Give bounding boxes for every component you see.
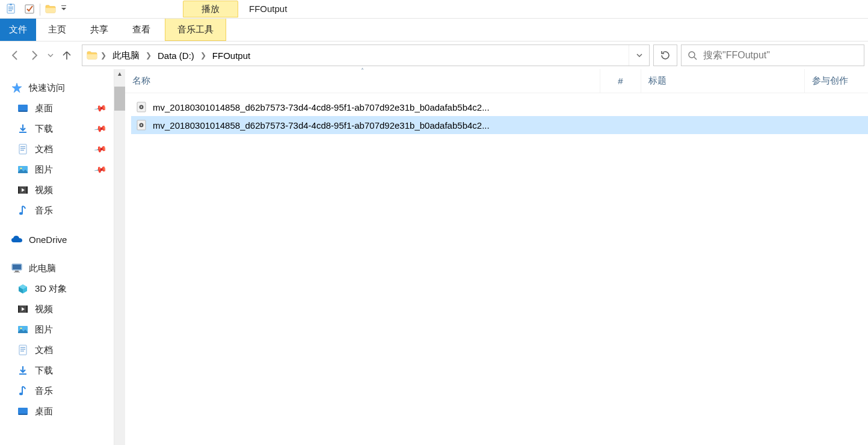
context-tab-area: 播放 — [183, 0, 238, 17]
pin-icon: 📌 — [93, 163, 107, 177]
sort-asc-icon: ˄ — [361, 67, 364, 74]
main-area: 快速访问 桌面 📌 下载 📌 文档 📌 图片 📌 — [0, 69, 868, 445]
music-icon — [17, 385, 29, 397]
search-placeholder: 搜索"FFOutput" — [703, 49, 770, 62]
breadcrumb-label: Data (D:) — [158, 51, 194, 61]
column-headers: ˄ 名称 # 标题 参与创作 — [125, 69, 868, 93]
sidebar-pc-desktop[interactable]: 桌面 — [0, 401, 114, 422]
svg-rect-31 — [20, 347, 25, 348]
svg-point-35 — [19, 393, 23, 395]
column-label: 参与创作 — [812, 75, 848, 87]
nav-history-dropdown[interactable] — [46, 48, 55, 63]
breadcrumb-seg-folder[interactable]: FFOutput — [209, 49, 254, 62]
qat-dropdown-icon[interactable] — [60, 4, 68, 13]
media-file-icon — [136, 120, 147, 130]
videos-icon — [17, 184, 29, 196]
pin-icon: 📌 — [93, 102, 107, 115]
svg-rect-27 — [26, 305, 28, 313]
ribbon-tab-home[interactable]: 主页 — [36, 19, 78, 41]
ribbon-tab-file-label: 文件 — [9, 24, 27, 35]
file-row[interactable]: mv_20180301014858_d62b7573-73d4-4cd8-95f… — [131, 116, 868, 134]
3d-icon — [17, 283, 29, 295]
scroll-up-icon[interactable]: ▲ — [117, 69, 123, 78]
context-tab-play[interactable]: 播放 — [183, 1, 238, 17]
sidebar-onedrive[interactable]: OneDrive — [0, 229, 114, 250]
cloud-icon — [11, 233, 23, 245]
context-tab-label: 播放 — [202, 4, 220, 15]
file-row[interactable]: mv_20180301014858_d62b7573-73d4-4cd8-95f… — [131, 98, 868, 116]
ribbon-tab-home-label: 主页 — [48, 24, 66, 35]
address-bar[interactable]: ❯ 此电脑 ❯ Data (D:) ❯ FFOutput — [82, 44, 650, 66]
search-box[interactable]: 搜索"FFOutput" — [681, 44, 864, 66]
column-name[interactable]: ˄ 名称 — [125, 69, 600, 93]
sidebar-item-documents[interactable]: 文档 📌 — [0, 139, 114, 159]
file-name: mv_20180301014858_d62b7573-73d4-4cd8-95f… — [153, 102, 490, 112]
documents-icon — [17, 344, 29, 356]
address-dropdown-icon[interactable] — [629, 45, 649, 66]
documents-icon — [17, 143, 29, 155]
sidebar-scrollbar[interactable]: ▲ — [114, 69, 125, 445]
sidebar-item-label: 下载 — [35, 365, 53, 376]
scroll-thumb[interactable] — [114, 87, 125, 111]
svg-rect-1 — [8, 7, 13, 8]
breadcrumb-seg-this-pc[interactable]: 此电脑 — [109, 49, 143, 63]
sidebar-item-label: 视频 — [35, 304, 53, 315]
svg-rect-3 — [8, 10, 12, 11]
svg-rect-12 — [20, 146, 25, 147]
media-file-icon — [136, 102, 147, 112]
sidebar-item-label: 桌面 — [35, 406, 53, 417]
sidebar-item-label: 图片 — [35, 324, 53, 336]
sidebar-item-3d-objects[interactable]: 3D 对象 — [0, 278, 114, 299]
breadcrumb-seg-drive[interactable]: Data (D:) — [154, 49, 198, 62]
sidebar-item-videos[interactable]: 视频 — [0, 180, 114, 200]
sidebar-pc-downloads[interactable]: 下载 — [0, 360, 114, 381]
ribbon-tab-view[interactable]: 查看 — [120, 19, 162, 41]
svg-rect-14 — [20, 150, 24, 151]
quick-access-toolbar — [0, 0, 68, 16]
qat-checkbox-icon[interactable] — [20, 2, 38, 16]
sidebar-item-label: 桌面 — [35, 103, 53, 114]
pin-icon: 📌 — [93, 143, 107, 156]
chevron-right-icon[interactable]: ❯ — [100, 51, 106, 60]
sidebar-item-label: 文档 — [35, 144, 53, 155]
sidebar-this-pc[interactable]: 此电脑 — [0, 258, 114, 278]
sidebar-item-desktop[interactable]: 桌面 📌 — [0, 98, 114, 118]
refresh-button[interactable] — [653, 44, 677, 66]
nav-back-button[interactable] — [7, 48, 23, 63]
svg-rect-13 — [20, 148, 25, 149]
svg-rect-9 — [19, 111, 27, 112]
sidebar-quick-access[interactable]: 快速访问 — [0, 78, 114, 98]
sidebar-item-pictures[interactable]: 图片 📌 — [0, 159, 114, 180]
ribbon-tab-file[interactable]: 文件 — [0, 19, 36, 41]
sidebar-label: 快速访问 — [29, 82, 65, 94]
breadcrumb-label: FFOutput — [212, 51, 250, 61]
ribbon-tabs: 文件 主页 共享 查看 音乐工具 — [0, 19, 868, 41]
nav-forward-button[interactable] — [26, 48, 42, 63]
ribbon-tab-share[interactable]: 共享 — [78, 19, 120, 41]
svg-rect-6 — [61, 5, 66, 6]
sidebar-pc-music[interactable]: 音乐 — [0, 381, 114, 401]
nav-up-button[interactable] — [59, 48, 75, 63]
qat-folder-icon[interactable] — [42, 2, 60, 16]
sidebar-label: 此电脑 — [29, 263, 56, 274]
music-icon — [17, 204, 29, 216]
download-icon — [17, 364, 29, 376]
qat-properties-icon[interactable] — [2, 2, 20, 16]
sidebar-pc-documents[interactable]: 文档 — [0, 340, 114, 360]
breadcrumb-folder-icon — [86, 49, 98, 61]
chevron-right-icon[interactable]: ❯ — [146, 51, 152, 60]
this-pc-group: 此电脑 3D 对象 视频 图片 文档 下载 — [0, 258, 114, 422]
column-title[interactable]: 标题 — [641, 69, 805, 93]
qat-separator — [40, 4, 40, 16]
pictures-icon — [17, 324, 29, 336]
chevron-right-icon[interactable]: ❯ — [200, 51, 206, 60]
sidebar-item-music[interactable]: 音乐 — [0, 200, 114, 221]
sidebar-pc-pictures[interactable]: 图片 — [0, 319, 114, 340]
svg-rect-4 — [10, 4, 12, 5]
column-participating[interactable]: 参与创作 — [805, 69, 868, 93]
sidebar-item-label: 文档 — [35, 345, 53, 356]
sidebar-pc-videos[interactable]: 视频 — [0, 299, 114, 319]
column-hash[interactable]: # — [600, 69, 641, 93]
ribbon-tab-music-tools[interactable]: 音乐工具 — [165, 19, 226, 41]
sidebar-item-downloads[interactable]: 下载 📌 — [0, 118, 114, 139]
